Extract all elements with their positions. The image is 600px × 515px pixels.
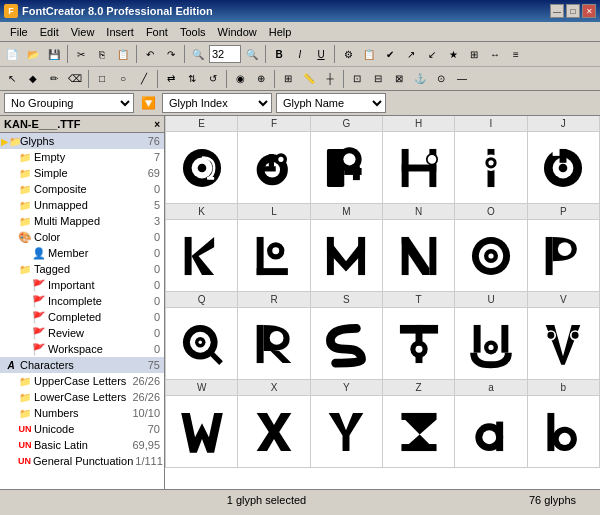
- glyph-cell-F[interactable]: [238, 132, 310, 204]
- rect-button[interactable]: □: [92, 69, 112, 89]
- glyph-cell-L[interactable]: [238, 220, 310, 292]
- glyph-cell-Q[interactable]: [166, 308, 238, 380]
- underline-button[interactable]: U: [311, 44, 331, 64]
- menu-view[interactable]: View: [65, 24, 101, 40]
- transform-button[interactable]: ⊞: [464, 44, 484, 64]
- glyph-cell-G[interactable]: [311, 132, 383, 204]
- wizard-button[interactable]: ★: [443, 44, 463, 64]
- menu-file[interactable]: File: [4, 24, 34, 40]
- menu-tools[interactable]: Tools: [174, 24, 212, 40]
- glyph-cell-P[interactable]: [528, 220, 600, 292]
- glyph-cell-Y[interactable]: [311, 396, 383, 468]
- glyph-name-select[interactable]: Glyph Name: [276, 93, 386, 113]
- cut-button[interactable]: ✂: [71, 44, 91, 64]
- distribute-button[interactable]: ⊠: [389, 69, 409, 89]
- glyph-cell-E[interactable]: [166, 132, 238, 204]
- menu-window[interactable]: Window: [212, 24, 263, 40]
- glyph-cell-b-lower[interactable]: [528, 396, 600, 468]
- zoom-out-button[interactable]: 🔍: [242, 44, 262, 64]
- glyph-cell-V[interactable]: [528, 308, 600, 380]
- align-button[interactable]: ⊟: [368, 69, 388, 89]
- baseline-button[interactable]: —: [452, 69, 472, 89]
- tree-important[interactable]: 🚩 Important 0: [0, 277, 164, 293]
- export-button[interactable]: ↗: [401, 44, 421, 64]
- glyph-cell-K[interactable]: [166, 220, 238, 292]
- zoom-input[interactable]: [209, 45, 241, 63]
- flip-h-button[interactable]: ⇄: [161, 69, 181, 89]
- tree-review[interactable]: 🚩 Review 0: [0, 325, 164, 341]
- validate-button[interactable]: ✔: [380, 44, 400, 64]
- eraser-button[interactable]: ⌫: [65, 69, 85, 89]
- glyph-cell-M[interactable]: [311, 220, 383, 292]
- settings-button[interactable]: ⚙: [338, 44, 358, 64]
- undo-button[interactable]: ↶: [140, 44, 160, 64]
- merge-button[interactable]: ⊕: [251, 69, 271, 89]
- bold-button[interactable]: B: [269, 44, 289, 64]
- glyph-cell-W[interactable]: [166, 396, 238, 468]
- close-button[interactable]: ✕: [582, 4, 596, 18]
- tree-multimapped[interactable]: 📁 Multi Mapped 3: [0, 213, 164, 229]
- glyph-cell-O[interactable]: [455, 220, 527, 292]
- copy-button[interactable]: ⎘: [92, 44, 112, 64]
- tree-tagged[interactable]: 📁 Tagged 0: [0, 261, 164, 277]
- origin-button[interactable]: ⊙: [431, 69, 451, 89]
- ellipse-button[interactable]: ○: [113, 69, 133, 89]
- glyph-cell-S[interactable]: [311, 308, 383, 380]
- redo-button[interactable]: ↷: [161, 44, 181, 64]
- maximize-button[interactable]: □: [566, 4, 580, 18]
- glyph-cell-I[interactable]: [455, 132, 527, 204]
- new-button[interactable]: 📄: [2, 44, 22, 64]
- grouping-select[interactable]: No Grouping: [4, 93, 134, 113]
- import-button[interactable]: ↙: [422, 44, 442, 64]
- pointer-button[interactable]: ↖: [2, 69, 22, 89]
- tree-incomplete[interactable]: 🚩 Incomplete 0: [0, 293, 164, 309]
- guides-button[interactable]: ┼: [320, 69, 340, 89]
- save-button[interactable]: 💾: [44, 44, 64, 64]
- tree-workspace[interactable]: 🚩 Workspace 0: [0, 341, 164, 357]
- menu-insert[interactable]: Insert: [100, 24, 140, 40]
- grid-button[interactable]: ⊞: [278, 69, 298, 89]
- zoom-in-button[interactable]: 🔍: [188, 44, 208, 64]
- flip-v-button[interactable]: ⇅: [182, 69, 202, 89]
- tree-general-punctuation[interactable]: UN General Punctuation 1/111: [0, 453, 164, 469]
- glyph-cell-J[interactable]: [528, 132, 600, 204]
- pen-button[interactable]: ✏: [44, 69, 64, 89]
- node-button[interactable]: ◆: [23, 69, 43, 89]
- tree-characters[interactable]: A Characters 75: [0, 357, 164, 373]
- snap-button[interactable]: ⊡: [347, 69, 367, 89]
- tree-unmapped[interactable]: 📁 Unmapped 5: [0, 197, 164, 213]
- rotate-button[interactable]: ↺: [203, 69, 223, 89]
- glyph-cell-Z[interactable]: [383, 396, 455, 468]
- glyph-cell-U[interactable]: [455, 308, 527, 380]
- tree-glyphs[interactable]: ▶📁 Glyphs 76: [0, 133, 164, 149]
- ruler-button[interactable]: 📏: [299, 69, 319, 89]
- glyph-cell-N[interactable]: [383, 220, 455, 292]
- tree-color[interactable]: 🎨 Color 0: [0, 229, 164, 245]
- tree-empty[interactable]: 📁 Empty 7: [0, 149, 164, 165]
- paste-button[interactable]: 📋: [113, 44, 133, 64]
- tree-member[interactable]: 👤 Member 0: [0, 245, 164, 261]
- filter-icon[interactable]: 🔽: [138, 93, 158, 113]
- tree-composite[interactable]: 📁 Composite 0: [0, 181, 164, 197]
- glyph-cell-a-lower[interactable]: [455, 396, 527, 468]
- tree-unicode[interactable]: UN Unicode 70: [0, 421, 164, 437]
- menu-font[interactable]: Font: [140, 24, 174, 40]
- contour-button[interactable]: ◉: [230, 69, 250, 89]
- glyph-cell-T[interactable]: [383, 308, 455, 380]
- glyph-index-select[interactable]: Glyph Index: [162, 93, 272, 113]
- properties-button[interactable]: 📋: [359, 44, 379, 64]
- tree-basic-latin[interactable]: UN Basic Latin 69,95: [0, 437, 164, 453]
- anchor-button[interactable]: ⚓: [410, 69, 430, 89]
- line-button[interactable]: ╱: [134, 69, 154, 89]
- glyph-cell-X[interactable]: [238, 396, 310, 468]
- minimize-button[interactable]: —: [550, 4, 564, 18]
- tree-completed[interactable]: 🚩 Completed 0: [0, 309, 164, 325]
- menu-help[interactable]: Help: [263, 24, 298, 40]
- panel-close-button[interactable]: ×: [154, 119, 160, 130]
- glyph-cell-H[interactable]: [383, 132, 455, 204]
- metrics-button[interactable]: ↔: [485, 44, 505, 64]
- tree-lowercase[interactable]: 📁 LowerCase Letters 26/26: [0, 389, 164, 405]
- tree-uppercase[interactable]: 📁 UpperCase Letters 26/26: [0, 373, 164, 389]
- glyph-cell-R[interactable]: [238, 308, 310, 380]
- menu-edit[interactable]: Edit: [34, 24, 65, 40]
